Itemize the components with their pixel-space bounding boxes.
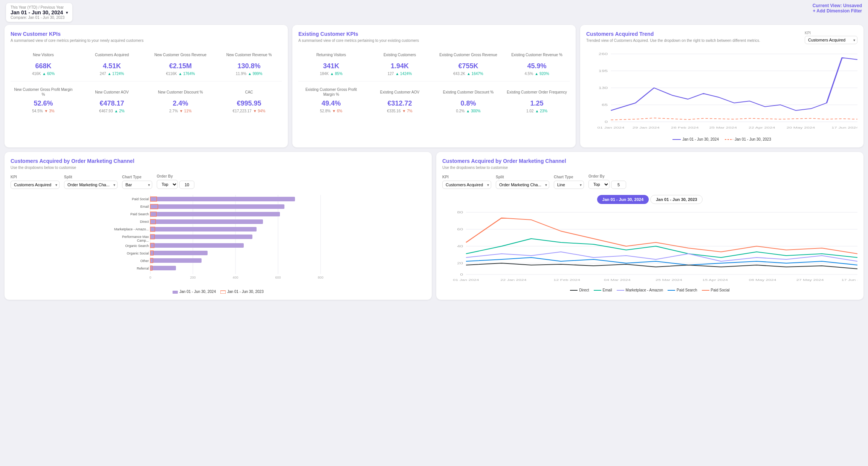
kpi-select-wrapper[interactable]: Customers Acquired [805, 36, 857, 44]
line-chart-controls: KPI Customers Acquired Split Order Marke… [442, 174, 857, 189]
bar-orderby-select[interactable]: Top [157, 180, 178, 189]
line-kpi-select[interactable]: Customers Acquired [442, 181, 491, 189]
chevron-down-icon: ▾ [66, 11, 68, 15]
svg-rect-33 [150, 204, 284, 209]
bar-chart-area: 0 200 400 600 800 Paid Social Email Paid… [11, 195, 426, 287]
kpi-item: New Customer Gross Revenue €2.15M €116K … [148, 47, 213, 78]
kpi-item: New Customer Gross Profit Margin % 52.6%… [11, 84, 76, 115]
kpi-metric-label: Existing Customer Order Frequency [506, 87, 568, 97]
new-kpi-row2: New Customer Gross Profit Margin % 52.6%… [11, 84, 282, 115]
tab-2023[interactable]: Jan 01 - Jun 30, 2023 [650, 195, 703, 204]
tab-2024[interactable]: Jan 01 - Jun 30, 2024 [597, 195, 649, 204]
kpi-metric-compare: 127 ▲ 1424% [368, 72, 431, 76]
kpi-metric-value: 2.4% [149, 100, 212, 107]
kpi-metric-value: 0.8% [437, 100, 500, 107]
kpi-metric-compare: €43.2K ▲ 1647% [437, 72, 500, 76]
bar-orderby-num[interactable] [179, 181, 194, 189]
kpi-metric-compare: €116K ▲ 1764% [149, 72, 212, 76]
svg-text:40: 40 [457, 244, 463, 248]
line-split-wrapper[interactable]: Order Marketing Cha... [496, 181, 549, 189]
kpi-select[interactable]: Customers Acquired [805, 36, 857, 44]
trend-title-group: Customers Acquired Trend Trended view of… [586, 31, 760, 47]
kpi-item: Customers Acquired 4.51K 247 ▲ 1724% [79, 47, 145, 78]
bar-split-wrapper[interactable]: Order Marketing Cha... [64, 181, 118, 189]
svg-rect-42 [150, 227, 257, 231]
svg-text:04 Mar 2024: 04 Mar 2024 [604, 278, 631, 281]
line-kpi-wrapper[interactable]: Customers Acquired [442, 181, 491, 189]
date-range[interactable]: Jan 01 - Jun 30, 2024 ▾ [11, 9, 68, 15]
bar-chart-title: Customers Acquired by Order Marketing Ch… [11, 158, 426, 164]
trend-legend: Jan 01 - Jun 30, 2024 Jan 01 - Jun 30, 2… [586, 137, 857, 141]
bar-kpi-select[interactable]: Customers Acquired [11, 181, 60, 189]
bar-chart-controls: KPI Customers Acquired Split Order Marke… [11, 174, 426, 189]
add-dimension-filter[interactable]: + Add Dimension Filter [813, 8, 862, 14]
kpi-item: Existing Customer Discount % 0.8% 0.2% ▲… [436, 84, 501, 115]
bar-kpi-wrapper[interactable]: Customers Acquired [11, 181, 60, 189]
line-legend-paid-social: Paid Social [702, 288, 730, 292]
date-selector[interactable]: This Year (YTD) / Previous Year Jan 01 -… [6, 3, 72, 22]
svg-text:22 Apr 2024: 22 Apr 2024 [749, 126, 775, 129]
svg-rect-55 [150, 258, 202, 263]
kpi-metric-compare: 0.2% ▲ 300% [437, 109, 500, 113]
main-grid: New Customer KPIs A summarised view of c… [0, 25, 868, 152]
svg-text:800: 800 [318, 276, 323, 279]
line-legend-direct: Direct [570, 288, 589, 292]
kpi-metric-value: 341K [300, 62, 362, 70]
kpi-metric-value: €2.15M [149, 62, 212, 70]
line-type-wrapper[interactable]: Line [554, 181, 584, 189]
kpi-metric-compare: 1.02 ▲ 23% [506, 109, 568, 113]
svg-text:26 Feb 2024: 26 Feb 2024 [671, 126, 698, 129]
kpi-metric-value: €995.95 [218, 100, 280, 107]
existing-customer-kpis-card: Existing Customer KPIs A summarised view… [292, 25, 576, 147]
svg-text:01 Jan 2024: 01 Jan 2024 [453, 278, 479, 281]
top-bar-right: Current View: Unsaved + Add Dimension Fi… [813, 3, 862, 14]
bar-legend-2024: Jan 01 - Jun 30, 2024 [173, 290, 216, 294]
svg-text:Direct: Direct [140, 220, 149, 224]
line-split-select[interactable]: Order Marketing Cha... [496, 181, 549, 189]
new-customer-kpis-card: New Customer KPIs A summarised view of c… [5, 25, 288, 147]
kpi-item: Returning Visitors 341K 184K ▲ 85% [298, 47, 364, 78]
svg-text:130: 130 [599, 86, 608, 90]
svg-text:Paid Social: Paid Social [132, 197, 149, 201]
svg-text:Organic Search: Organic Search [125, 244, 149, 248]
kpi-item: Existing Customer Order Frequency 1.25 1… [504, 84, 570, 115]
svg-text:27 May 2024: 27 May 2024 [796, 278, 824, 281]
bar-split-select[interactable]: Order Marketing Cha... [64, 181, 118, 189]
kpi-metric-label: CAC [218, 87, 280, 97]
kpi-metric-compare: 4.5% ▲ 920% [506, 72, 568, 76]
bar-chart-legend: Jan 01 - Jun 30, 2024 Jan 01 - Jun 30, 2… [11, 290, 426, 294]
svg-text:0: 0 [460, 273, 463, 277]
existing-kpi-row1: Returning Visitors 341K 184K ▲ 85% Exist… [298, 47, 570, 78]
svg-rect-46 [150, 235, 252, 239]
compare-label: Compare: Jan 01 - Jun 30, 2023 [11, 15, 68, 20]
line-chart-title: Customers Acquired by Order Marketing Ch… [442, 158, 857, 164]
kpi-metric-label: Existing Customer Revenue % [506, 49, 568, 60]
kpi-metric-value: 45.9% [506, 62, 568, 70]
existing-kpi-row2: Existing Customer Gross Profit Margin % … [298, 84, 570, 115]
svg-rect-61 [220, 291, 226, 294]
line-chart-legend: Direct Email Marketplace - Amazon Paid S… [442, 288, 857, 292]
kpi-select-group: KPI Customers Acquired [805, 31, 857, 44]
line-type-select[interactable]: Line [554, 181, 584, 189]
svg-text:12 Feb 2024: 12 Feb 2024 [553, 278, 580, 281]
ytd-label: This Year (YTD) / Previous Year [11, 5, 68, 9]
bar-type-wrapper[interactable]: Bar [122, 181, 152, 189]
kpi-metric-label: New Customer Discount % [149, 87, 212, 97]
kpi-item: Existing Customer AOV €312.72 €335.16 ▼ … [367, 84, 432, 115]
kpi-metric-label: Existing Customer Discount % [437, 87, 500, 97]
kpi-label: KPI [805, 31, 857, 35]
kpi-metric-compare: 416K ▲ 60% [12, 72, 75, 76]
current-view: Current View: Unsaved [813, 3, 862, 8]
bar-type-group: Chart Type Bar [122, 175, 152, 189]
kpi-metric-value: €312.72 [368, 100, 431, 107]
kpi-item: New Customer Revenue % 130.8% 11.9% ▲ 99… [216, 47, 282, 78]
kpi-item: New Customer AOV €478.17 €467.93 ▲ 2% [79, 84, 145, 115]
kpi-metric-compare: 11.9% ▲ 999% [218, 72, 280, 76]
line-orderby-num[interactable] [611, 181, 626, 189]
svg-text:25 Mar 2024: 25 Mar 2024 [709, 126, 737, 129]
line-orderby-group: Order By Top [588, 174, 626, 189]
kpi-metric-label: New Customer Gross Revenue [149, 49, 212, 60]
kpi-item: Existing Customers 1.94K 127 ▲ 1424% [367, 47, 432, 78]
line-orderby-select[interactable]: Top [588, 180, 610, 189]
bar-type-select[interactable]: Bar [122, 181, 152, 189]
